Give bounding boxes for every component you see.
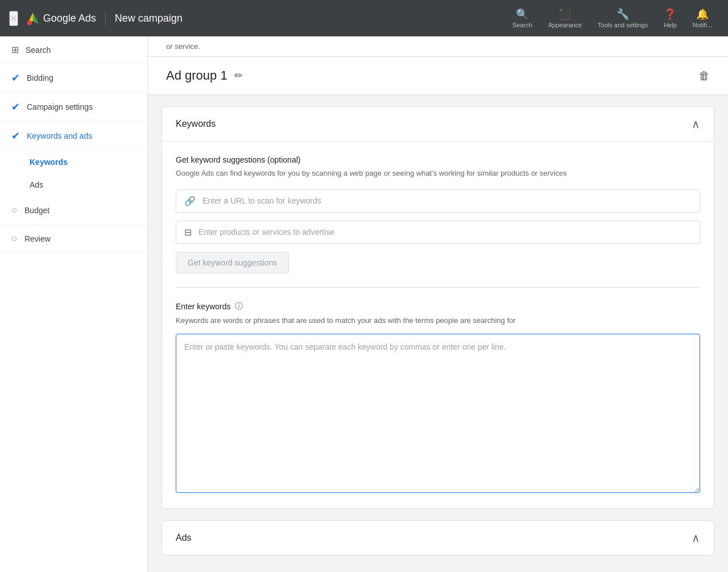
tools-icon: 🔧 <box>617 8 629 20</box>
sidebar-sub-item-ads[interactable]: Ads <box>0 173 147 196</box>
enter-keywords-section: Enter keywords ⓘ Keywords are words or p… <box>176 301 700 495</box>
logo-area: Google Ads <box>25 10 106 26</box>
ads-collapse-icon[interactable]: ∧ <box>692 531 700 545</box>
search-icon: 🔍 <box>516 8 528 20</box>
top-navigation: × Google Ads New campaign 🔍 Search ⬛ App… <box>0 0 728 36</box>
bidding-check-icon: ✔ <box>11 72 20 84</box>
url-input[interactable] <box>202 196 692 205</box>
keywords-help-icon[interactable]: ⓘ <box>235 301 243 312</box>
sidebar-item-bidding[interactable]: ✔ Bidding <box>0 64 147 93</box>
keywords-ads-check-icon: ✔ <box>11 130 20 142</box>
google-logo-icon <box>25 10 41 26</box>
keywords-section-title: Enter keywords ⓘ <box>176 301 700 312</box>
content-area: or service. Ad group 1 ✏ 🗑 Keywords ∧ Ge… <box>148 36 728 572</box>
keywords-card-header: Keywords ∧ <box>162 107 714 142</box>
search-nav-button[interactable]: 🔍 Search <box>506 3 539 33</box>
main-layout: ⊞ Search ✔ Bidding ✔ Campaign settings ✔… <box>0 36 728 572</box>
logo-text: Google Ads <box>43 13 96 24</box>
tools-nav-label: Tools and settings <box>598 22 648 28</box>
ad-group-title-row: Ad group 1 ✏ <box>166 68 243 83</box>
review-circle-icon: ○ <box>11 233 18 244</box>
link-icon: 🔗 <box>184 196 196 206</box>
sidebar-ads-label: Ads <box>30 180 43 189</box>
close-button[interactable]: × <box>9 11 18 26</box>
keywords-textarea[interactable] <box>176 334 700 493</box>
tools-nav-button[interactable]: 🔧 Tools and settings <box>591 3 655 33</box>
top-strip-text: or service. <box>166 42 200 51</box>
google-ads-logo: Google Ads <box>25 10 96 26</box>
top-nav-actions: 🔍 Search ⬛ Appearance 🔧 Tools and settin… <box>506 3 719 33</box>
campaign-settings-check-icon: ✔ <box>11 101 20 113</box>
grid-icon: ⊞ <box>11 44 19 55</box>
top-strip: or service. <box>148 36 728 57</box>
suggestions-section-title: Get keyword suggestions (optional) <box>176 155 700 164</box>
ads-card-title: Ads <box>176 533 192 543</box>
appearance-icon: ⬛ <box>559 8 571 20</box>
ad-group-title: Ad group 1 <box>166 68 228 83</box>
notifications-nav-label: Notifi... <box>693 22 712 28</box>
sidebar: ⊞ Search ✔ Bidding ✔ Campaign settings ✔… <box>0 36 148 572</box>
enter-keywords-label: Enter keywords <box>176 302 230 311</box>
ad-group-header: Ad group 1 ✏ 🗑 <box>148 57 728 95</box>
products-icon: ⊟ <box>184 227 192 238</box>
ads-card: Ads ∧ <box>162 520 714 556</box>
keywords-collapse-icon[interactable]: ∧ <box>692 117 700 131</box>
keywords-card: Keywords ∧ Get keyword suggestions (opti… <box>162 106 714 509</box>
help-nav-label: Help <box>664 22 677 28</box>
products-input[interactable] <box>198 227 692 237</box>
campaign-title: New campaign <box>115 13 183 24</box>
notifications-icon: 🔔 <box>696 8 709 20</box>
products-input-row[interactable]: ⊟ <box>176 221 700 244</box>
sidebar-item-review[interactable]: ○ Review <box>0 225 147 253</box>
appearance-nav-button[interactable]: ⬛ Appearance <box>541 3 589 33</box>
sidebar-keywords-label: Keywords <box>30 157 68 167</box>
sidebar-review-label: Review <box>24 234 51 243</box>
sidebar-keywords-ads-label: Keywords and ads <box>27 131 92 140</box>
keywords-card-title: Keywords <box>176 119 216 129</box>
sidebar-item-search[interactable]: ⊞ Search <box>0 36 147 64</box>
budget-circle-icon: ○ <box>11 204 18 216</box>
keywords-card-body: Get keyword suggestions (optional) Googl… <box>162 142 714 508</box>
help-icon: ❓ <box>664 8 676 20</box>
svg-point-2 <box>27 20 32 25</box>
edit-icon[interactable]: ✏ <box>234 69 243 82</box>
help-nav-button[interactable]: ❓ Help <box>657 3 684 33</box>
keywords-section-desc: Keywords are words or phrases that are u… <box>176 315 700 326</box>
url-input-row[interactable]: 🔗 <box>176 189 700 213</box>
sidebar-search-label: Search <box>26 45 51 55</box>
delete-icon[interactable]: 🗑 <box>698 69 710 82</box>
notifications-nav-button[interactable]: 🔔 Notifi... <box>686 3 719 33</box>
sidebar-campaign-settings-label: Campaign settings <box>27 102 93 111</box>
search-nav-label: Search <box>512 22 532 28</box>
svg-marker-1 <box>33 13 39 24</box>
section-divider <box>176 287 700 288</box>
sidebar-sub-item-keywords[interactable]: Keywords <box>0 151 147 173</box>
appearance-nav-label: Appearance <box>548 22 582 28</box>
suggestions-section-desc: Google Ads can find keywords for you by … <box>176 168 700 179</box>
sidebar-item-campaign-settings[interactable]: ✔ Campaign settings <box>0 93 147 122</box>
sidebar-budget-label: Budget <box>24 206 49 215</box>
sidebar-bidding-label: Bidding <box>27 73 53 82</box>
ads-card-header: Ads ∧ <box>162 521 714 555</box>
get-suggestions-button[interactable]: Get keyword suggestions <box>176 252 289 273</box>
sidebar-item-keywords-and-ads[interactable]: ✔ Keywords and ads <box>0 122 147 151</box>
sidebar-item-budget[interactable]: ○ Budget <box>0 196 147 225</box>
